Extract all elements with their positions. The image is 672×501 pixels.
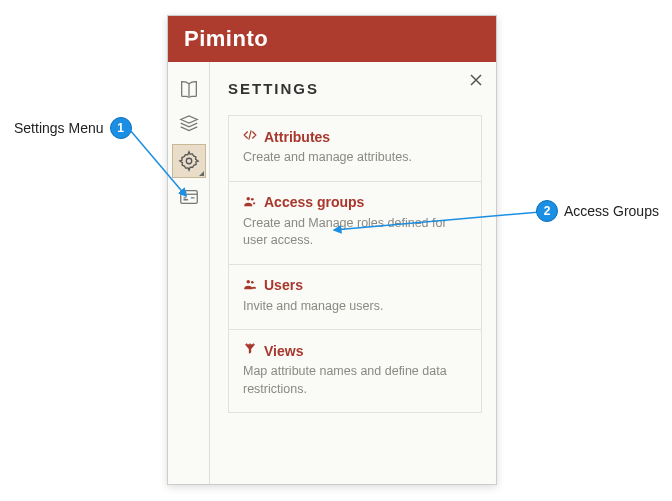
card-label: Users bbox=[264, 277, 303, 293]
sidebar bbox=[168, 62, 210, 484]
annotation-badge-1: 1 bbox=[110, 117, 132, 139]
annotation-badge-2: 2 bbox=[536, 200, 558, 222]
annotation-2-label: Access Groups bbox=[564, 203, 659, 219]
card-desc: Invite and manage users. bbox=[243, 298, 467, 316]
settings-item-attributes[interactable]: Attributes Create and manage attributes. bbox=[228, 116, 482, 182]
stack-icon[interactable] bbox=[172, 108, 206, 142]
settings-panel: SETTINGS Attributes Create and manage at… bbox=[210, 62, 496, 484]
app-window: Piminto SETTINGS bbox=[167, 15, 497, 485]
svg-point-3 bbox=[184, 192, 185, 193]
svg-point-0 bbox=[186, 158, 192, 164]
code-icon bbox=[243, 128, 257, 145]
card-label: Access groups bbox=[264, 194, 364, 210]
users-icon bbox=[243, 277, 257, 294]
settings-list: Attributes Create and manage attributes.… bbox=[228, 115, 482, 413]
book-icon[interactable] bbox=[172, 72, 206, 106]
annotation-1-label: Settings Menu bbox=[14, 120, 104, 136]
close-icon[interactable] bbox=[468, 72, 484, 92]
card-desc: Create and Manage roles defined for user… bbox=[243, 215, 467, 250]
settings-item-users[interactable]: Users Invite and manage users. bbox=[228, 265, 482, 331]
svg-point-2 bbox=[182, 192, 183, 193]
svg-point-4 bbox=[247, 196, 251, 200]
browser-icon[interactable] bbox=[172, 180, 206, 214]
card-label: Views bbox=[264, 343, 303, 359]
settings-icon[interactable] bbox=[172, 144, 206, 178]
app-title: Piminto bbox=[184, 26, 268, 52]
panel-title: SETTINGS bbox=[228, 80, 482, 97]
app-body: SETTINGS Attributes Create and manage at… bbox=[168, 62, 496, 484]
settings-item-views[interactable]: Views Map attribute names and define dat… bbox=[228, 330, 482, 413]
settings-item-access-groups[interactable]: Access groups Create and Manage roles de… bbox=[228, 182, 482, 265]
app-header: Piminto bbox=[168, 16, 496, 62]
funnel-icon bbox=[243, 342, 257, 359]
users-plus-icon bbox=[243, 194, 257, 211]
card-desc: Map attribute names and define data rest… bbox=[243, 363, 467, 398]
card-label: Attributes bbox=[264, 129, 330, 145]
annotation-2: 2 Access Groups bbox=[536, 200, 659, 222]
svg-point-5 bbox=[251, 197, 254, 200]
card-desc: Create and manage attributes. bbox=[243, 149, 467, 167]
annotation-1: Settings Menu 1 bbox=[14, 117, 132, 139]
svg-point-7 bbox=[251, 280, 254, 283]
svg-point-6 bbox=[247, 279, 251, 283]
